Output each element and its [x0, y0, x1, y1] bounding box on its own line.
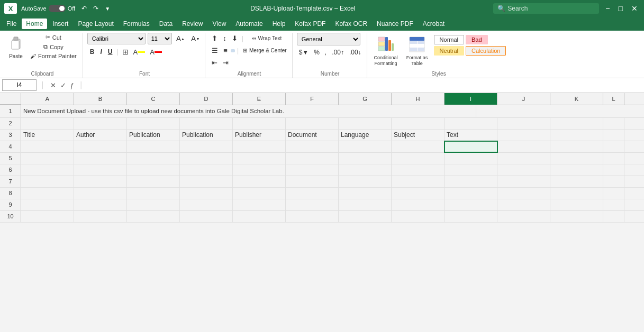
row-header-1[interactable]: 1	[0, 105, 21, 117]
align-middle-button[interactable]: ↕	[221, 33, 229, 44]
row-header-8[interactable]: 8	[0, 188, 21, 199]
cell-h7[interactable]	[392, 176, 445, 187]
cell-j6[interactable]	[497, 164, 550, 176]
cell-f2[interactable]	[286, 118, 339, 129]
cell-l4[interactable]	[603, 141, 624, 152]
cell-a1[interactable]: New Document Upload - use this csv file …	[21, 105, 476, 117]
cell-l2[interactable]	[603, 118, 624, 129]
menu-data[interactable]: Data	[155, 19, 177, 29]
cut-button[interactable]: ✂ Cut	[28, 33, 79, 42]
cell-i3[interactable]: Text	[445, 130, 497, 141]
cell-j7[interactable]	[497, 176, 550, 187]
redo-button[interactable]: ↷	[91, 4, 101, 13]
cell-d4[interactable]	[180, 141, 233, 152]
cell-c3[interactable]: Publication	[127, 130, 180, 141]
cell-i4[interactable]	[445, 141, 497, 152]
cell-i10[interactable]	[445, 211, 497, 222]
cell-a2[interactable]	[21, 118, 74, 129]
conditional-formatting-button[interactable]: Conditional Formatting	[371, 33, 401, 69]
decrease-font-button[interactable]: A▼	[189, 33, 202, 44]
cell-f7[interactable]	[286, 176, 339, 187]
row-header-9[interactable]: 9	[0, 199, 21, 210]
menu-view[interactable]: View	[208, 19, 231, 29]
paste-button[interactable]: Paste	[5, 33, 26, 62]
fill-color-button[interactable]: A	[131, 47, 148, 57]
cell-h5[interactable]	[392, 153, 445, 164]
minimize-button[interactable]: −	[603, 3, 612, 14]
cell-c8[interactable]	[127, 188, 180, 199]
cell-a5[interactable]	[21, 153, 74, 164]
decrease-indent-button[interactable]: ⇤	[210, 57, 220, 68]
autosave-toggle[interactable]	[49, 5, 66, 12]
cell-a7[interactable]	[21, 176, 74, 187]
col-header-g[interactable]: G	[339, 93, 392, 105]
cell-g2[interactable]	[339, 118, 392, 129]
cell-j2[interactable]	[497, 118, 550, 129]
cell-e9[interactable]	[233, 199, 286, 210]
align-center-button[interactable]: ≡	[221, 45, 230, 56]
cell-b10[interactable]	[74, 211, 127, 222]
cell-b2[interactable]	[74, 118, 127, 129]
cell-i8[interactable]	[445, 188, 497, 199]
style-bad[interactable]: Bad	[466, 35, 488, 44]
col-header-e[interactable]: E	[233, 93, 286, 105]
cell-c2[interactable]	[127, 118, 180, 129]
decrease-decimal-button[interactable]: .00↓	[347, 48, 364, 57]
cell-a8[interactable]	[21, 188, 74, 199]
cell-g5[interactable]	[339, 153, 392, 164]
style-calculation[interactable]: Calculation	[466, 46, 506, 56]
menu-kofax-pdf[interactable]: Kofax PDF	[291, 19, 330, 29]
cell-l5[interactable]	[603, 153, 624, 164]
font-family-select[interactable]: Calibri	[87, 33, 146, 44]
cell-d7[interactable]	[180, 176, 233, 187]
cell-l7[interactable]	[603, 176, 624, 187]
format-as-table-button[interactable]: Format as Table	[403, 33, 432, 69]
cell-d10[interactable]	[180, 211, 233, 222]
cell-j5[interactable]	[497, 153, 550, 164]
row-header-6[interactable]: 6	[0, 164, 21, 176]
cell-g9[interactable]	[339, 199, 392, 210]
menu-page-layout[interactable]: Page Layout	[74, 19, 117, 29]
cell-b4[interactable]	[74, 141, 127, 152]
cell-k8[interactable]	[550, 188, 603, 199]
cell-i7[interactable]	[445, 176, 497, 187]
cell-f3[interactable]: Document	[286, 130, 339, 141]
cell-c4[interactable]	[127, 141, 180, 152]
cell-d2[interactable]	[180, 118, 233, 129]
cell-f6[interactable]	[286, 164, 339, 176]
insert-function-icon[interactable]: ƒ	[69, 80, 75, 90]
cell-d5[interactable]	[180, 153, 233, 164]
menu-formulas[interactable]: Formulas	[119, 19, 154, 29]
col-header-c[interactable]: C	[127, 93, 180, 105]
borders-button[interactable]: ⊞	[120, 47, 131, 57]
menu-acrobat[interactable]: Acrobat	[419, 19, 449, 29]
cell-h8[interactable]	[392, 188, 445, 199]
currency-button[interactable]: $▼	[297, 48, 311, 57]
cell-k6[interactable]	[550, 164, 603, 176]
cell-h3[interactable]: Subject	[392, 130, 445, 141]
confirm-formula-icon[interactable]: ✓	[59, 80, 67, 90]
increase-decimal-button[interactable]: .00↑	[330, 48, 346, 57]
cell-l3[interactable]	[603, 130, 624, 141]
comma-button[interactable]: ,	[323, 48, 329, 57]
cell-g3[interactable]: Language	[339, 130, 392, 141]
close-button[interactable]: ✕	[629, 3, 640, 14]
menu-review[interactable]: Review	[178, 19, 207, 29]
style-normal[interactable]: Normal	[434, 35, 464, 44]
style-neutral[interactable]: Neutral	[434, 46, 464, 56]
menu-home[interactable]: Home	[22, 19, 47, 29]
font-size-select[interactable]: 11	[148, 33, 172, 44]
increase-font-button[interactable]: A▲	[174, 33, 187, 44]
cell-b7[interactable]	[74, 176, 127, 187]
cell-k4[interactable]	[550, 141, 603, 152]
col-header-k[interactable]: K	[550, 93, 603, 105]
cell-h10[interactable]	[392, 211, 445, 222]
search-input[interactable]	[507, 5, 592, 12]
cell-b6[interactable]	[74, 164, 127, 176]
cell-k7[interactable]	[550, 176, 603, 187]
cell-g6[interactable]	[339, 164, 392, 176]
cell-a3[interactable]: Title	[21, 130, 74, 141]
row-header-3[interactable]: 3	[0, 130, 21, 141]
col-header-h[interactable]: H	[392, 93, 445, 105]
merge-center-button[interactable]: ⊞ Merge & Center	[241, 47, 289, 54]
